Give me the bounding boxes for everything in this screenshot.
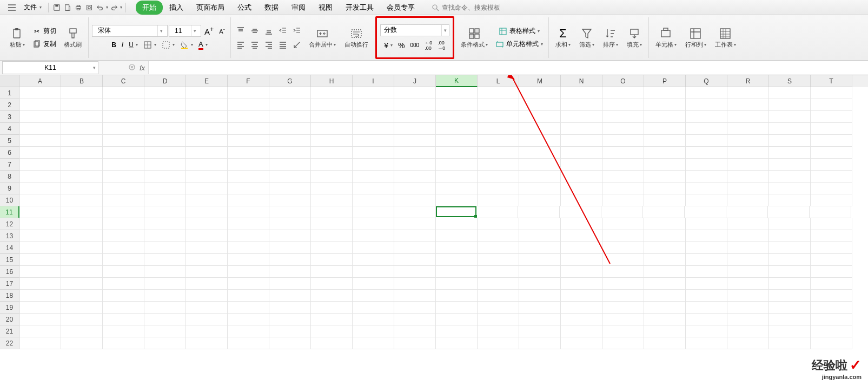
cell-A2[interactable]: [19, 99, 61, 111]
col-header-E[interactable]: E: [186, 75, 228, 87]
cell-H6[interactable]: [311, 147, 353, 159]
cell-J17[interactable]: [394, 278, 436, 290]
cell-Q7[interactable]: [686, 159, 727, 171]
redo-dropdown-icon[interactable]: ▾: [120, 5, 122, 10]
cell-S3[interactable]: [769, 111, 811, 123]
cell-G2[interactable]: [269, 99, 311, 111]
cell-F8[interactable]: [228, 171, 269, 182]
cell-I22[interactable]: [353, 337, 394, 349]
row-header-2[interactable]: 2: [0, 99, 19, 111]
cell-L20[interactable]: [478, 314, 519, 325]
cell-E16[interactable]: [186, 266, 228, 278]
cell-F4[interactable]: [228, 123, 269, 135]
cell-N12[interactable]: [561, 218, 602, 230]
cell-L1[interactable]: [478, 87, 519, 99]
cell-Q19[interactable]: [686, 302, 727, 314]
cell-M14[interactable]: [519, 242, 561, 254]
fill-color-button[interactable]: ▾: [178, 39, 195, 51]
cell-M22[interactable]: [519, 337, 561, 349]
cell-H21[interactable]: [311, 325, 353, 337]
cell-T10[interactable]: [811, 194, 852, 206]
cell-C10[interactable]: [103, 194, 144, 206]
cell-Q6[interactable]: [686, 147, 727, 159]
cell-A19[interactable]: [19, 302, 61, 314]
cell-H7[interactable]: [311, 159, 353, 171]
tab-5[interactable]: 审阅: [285, 1, 312, 15]
cell-G9[interactable]: [269, 182, 311, 194]
cell-R7[interactable]: [727, 159, 769, 171]
cell-T15[interactable]: [811, 254, 852, 266]
fill-style-button[interactable]: ▾: [160, 39, 177, 51]
cell-D18[interactable]: [144, 290, 186, 302]
cell-C1[interactable]: [103, 87, 144, 99]
cell-F11[interactable]: [228, 206, 269, 218]
cell-B21[interactable]: [61, 325, 103, 337]
row-header-19[interactable]: 19: [0, 302, 19, 314]
row-header-3[interactable]: 3: [0, 111, 19, 123]
cell-E21[interactable]: [186, 325, 228, 337]
col-header-Q[interactable]: Q: [686, 75, 727, 87]
cell-H13[interactable]: [311, 230, 353, 242]
cell-T20[interactable]: [811, 314, 852, 325]
cell-A15[interactable]: [19, 254, 61, 266]
cell-Q11[interactable]: [685, 206, 726, 218]
undo-dropdown-icon[interactable]: ▾: [106, 5, 108, 10]
col-header-O[interactable]: O: [602, 75, 644, 87]
cell-O9[interactable]: [602, 182, 644, 194]
col-header-B[interactable]: B: [61, 75, 103, 87]
cell-Q20[interactable]: [686, 314, 727, 325]
cell-C8[interactable]: [103, 171, 144, 182]
col-header-D[interactable]: D: [144, 75, 186, 87]
cell-K4[interactable]: [436, 123, 478, 135]
col-header-J[interactable]: J: [394, 75, 436, 87]
cell-L15[interactable]: [478, 254, 519, 266]
cell-E9[interactable]: [186, 182, 228, 194]
cancel-formula-icon[interactable]: [128, 63, 136, 73]
cell-A9[interactable]: [19, 182, 61, 194]
cell-J10[interactable]: [394, 194, 436, 206]
row-header-9[interactable]: 9: [0, 182, 19, 194]
name-box[interactable]: K11 ▾: [2, 61, 98, 74]
align-top-button[interactable]: [234, 25, 247, 37]
cell-G15[interactable]: [269, 254, 311, 266]
cell-K3[interactable]: [436, 111, 478, 123]
cell-O5[interactable]: [602, 135, 644, 147]
cell-D22[interactable]: [144, 337, 186, 349]
cell-I8[interactable]: [353, 171, 394, 182]
cell-Q1[interactable]: [686, 87, 727, 99]
cell-M1[interactable]: [519, 87, 561, 99]
cell-B20[interactable]: [61, 314, 103, 325]
conditional-format-button[interactable]: 条件格式▾: [458, 24, 491, 51]
cell-N18[interactable]: [561, 290, 602, 302]
cell-E3[interactable]: [186, 111, 228, 123]
cell-P6[interactable]: [644, 147, 686, 159]
cell-E8[interactable]: [186, 171, 228, 182]
cell-C12[interactable]: [103, 218, 144, 230]
cell-K22[interactable]: [436, 337, 478, 349]
cell-C16[interactable]: [103, 266, 144, 278]
cell-C17[interactable]: [103, 278, 144, 290]
cell-S16[interactable]: [769, 266, 811, 278]
cell-P21[interactable]: [644, 325, 686, 337]
cell-J18[interactable]: [394, 290, 436, 302]
row-header-6[interactable]: 6: [0, 147, 19, 159]
row-header-10[interactable]: 10: [0, 194, 19, 206]
cell-F21[interactable]: [228, 325, 269, 337]
col-header-C[interactable]: C: [103, 75, 144, 87]
sum-button[interactable]: Σ 求和▾: [552, 24, 574, 51]
cell-C13[interactable]: [103, 230, 144, 242]
cell-D17[interactable]: [144, 278, 186, 290]
cell-Q13[interactable]: [686, 230, 727, 242]
cell-P15[interactable]: [644, 254, 686, 266]
cell-D14[interactable]: [144, 242, 186, 254]
bold-button[interactable]: B: [109, 39, 118, 51]
cell-D7[interactable]: [144, 159, 186, 171]
cell-N9[interactable]: [561, 182, 602, 194]
cell-K13[interactable]: [436, 230, 478, 242]
cell-R3[interactable]: [727, 111, 769, 123]
cell-T7[interactable]: [811, 159, 852, 171]
cell-M11[interactable]: [518, 206, 560, 218]
cell-L18[interactable]: [478, 290, 519, 302]
cell-D10[interactable]: [144, 194, 186, 206]
cell-D21[interactable]: [144, 325, 186, 337]
